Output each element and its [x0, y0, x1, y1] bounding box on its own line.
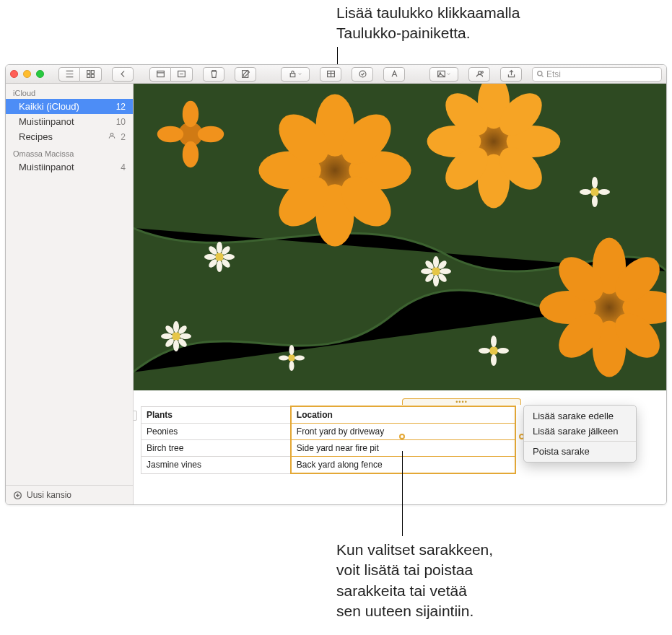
close-button[interactable]: [10, 70, 18, 78]
back-button[interactable]: [112, 67, 134, 82]
format-button[interactable]: [383, 67, 405, 82]
table-row[interactable]: Birch tree Side yard near fire pit: [141, 440, 516, 457]
ctx-insert-before[interactable]: Lisää sarake edelle: [524, 408, 636, 424]
svg-rect-2: [87, 74, 90, 77]
svg-point-79: [491, 354, 497, 366]
callout-line-bottom: [402, 451, 403, 536]
svg-point-67: [294, 356, 305, 361]
svg-point-90: [157, 126, 183, 142]
sidebar-item-count: 12: [116, 102, 126, 112]
table-cell[interactable]: Back yard along fence: [291, 457, 515, 474]
collaborate-button[interactable]: [468, 67, 490, 82]
new-note-button[interactable]: [235, 67, 256, 82]
note-editor: •••• Plants Location Peonies Front yard …: [134, 84, 666, 504]
svg-rect-3: [91, 74, 94, 77]
svg-point-91: [198, 126, 224, 142]
svg-point-57: [161, 333, 173, 339]
view-grid-button[interactable]: [80, 67, 102, 82]
svg-point-55: [173, 321, 179, 333]
svg-point-81: [497, 348, 509, 354]
sidebar-item-local-notes[interactable]: Muistiinpanot 4: [6, 159, 133, 175]
svg-point-69: [433, 256, 439, 268]
sidebar-item-recipes[interactable]: Recipes 2: [6, 129, 133, 144]
svg-rect-4: [157, 71, 164, 76]
table-header[interactable]: Plants: [141, 406, 291, 424]
table-cell[interactable]: Birch tree: [141, 440, 291, 457]
svg-rect-0: [87, 71, 90, 74]
table-cell[interactable]: Jasmine vines: [141, 457, 291, 474]
svg-point-56: [173, 340, 179, 351]
svg-point-70: [433, 275, 439, 286]
window: Etsi iCloud Kaikki (iCloud) 12 Muistiinp…: [5, 64, 667, 505]
svg-point-9: [359, 71, 366, 77]
svg-point-85: [580, 189, 591, 195]
svg-point-78: [491, 336, 497, 347]
svg-rect-1: [91, 71, 94, 74]
svg-point-64: [289, 345, 294, 355]
window-content: iCloud Kaikki (iCloud) 12 Muistiinpanot …: [6, 84, 666, 504]
svg-point-58: [180, 333, 191, 339]
column-resize-dot-left[interactable]: [399, 434, 405, 439]
svg-point-63: [288, 354, 295, 362]
svg-point-13: [481, 71, 482, 73]
sidebar-item-label: Muistiinpanot: [19, 162, 74, 172]
shared-icon: [108, 131, 116, 142]
sidebar-item-all-icloud[interactable]: Kaikki (iCloud) 12: [6, 99, 133, 114]
sidebar-section-icloud: iCloud: [6, 87, 133, 99]
sidebar-item-label: Kaikki (iCloud): [19, 101, 79, 112]
table-row[interactable]: Peonies Front yard by driveway: [141, 424, 516, 440]
new-folder-button[interactable]: Uusi kansio: [6, 485, 133, 504]
svg-point-89: [183, 141, 198, 167]
svg-point-49: [223, 254, 235, 260]
callout-bottom: Kun valitset sarakkeen, voit lisätä tai …: [336, 540, 493, 621]
sidebar-item-count: 2: [121, 132, 126, 142]
media-button[interactable]: [429, 67, 458, 82]
sidebar-item-count: 10: [116, 117, 126, 127]
svg-point-72: [440, 268, 451, 274]
minimize-button[interactable]: [23, 70, 31, 78]
row-handle[interactable]: [134, 411, 137, 421]
sidebar-section-local: Omassa Macissa: [6, 148, 133, 159]
context-menu: Lisää sarake edelle Lisää sarake jälkeen…: [523, 405, 637, 463]
svg-point-48: [204, 254, 216, 260]
svg-point-83: [592, 177, 598, 188]
delete-button[interactable]: [203, 67, 224, 82]
zoom-button[interactable]: [36, 70, 44, 78]
search-input[interactable]: Etsi: [532, 67, 662, 82]
lock-button[interactable]: [281, 67, 310, 82]
ctx-separator: [524, 441, 636, 442]
svg-point-65: [289, 361, 294, 371]
column-handle[interactable]: ••••: [402, 398, 521, 405]
svg-point-88: [183, 101, 198, 127]
callout-top: Lisää taulukko klikkaamalla Taulukko-pai…: [336, 3, 520, 44]
ctx-delete-column[interactable]: Poista sarake: [524, 444, 636, 459]
share-button[interactable]: [500, 67, 522, 82]
checklist-button[interactable]: [352, 67, 373, 82]
view-list-button[interactable]: [58, 67, 80, 82]
table-header-selected[interactable]: Location: [291, 406, 515, 424]
table-row[interactable]: Jasmine vines Back yard along fence: [141, 457, 516, 474]
sidebar-item-label: Recipes: [19, 131, 53, 142]
inline-attachment-button[interactable]: [171, 67, 193, 82]
table-cell[interactable]: Side yard near fire pit: [291, 440, 515, 457]
table-button[interactable]: [320, 67, 341, 82]
svg-point-80: [479, 348, 490, 354]
titlebar: Etsi: [6, 65, 666, 84]
svg-point-82: [590, 188, 599, 196]
sidebar-item-notes[interactable]: Muistiinpanot 10: [6, 114, 133, 129]
ctx-insert-after[interactable]: Lisää sarake jälkeen: [524, 424, 636, 439]
traffic-lights: [10, 70, 44, 78]
sidebar: iCloud Kaikki (iCloud) 12 Muistiinpanot …: [6, 84, 134, 504]
svg-point-66: [279, 356, 289, 361]
svg-point-46: [217, 242, 222, 253]
svg-point-14: [538, 71, 542, 76]
table-cell[interactable]: Peonies: [141, 424, 291, 440]
note-image: [134, 84, 666, 390]
new-folder-label: Uusi kansio: [27, 490, 71, 500]
sidebar-item-count: 4: [121, 162, 126, 172]
svg-point-47: [217, 260, 222, 272]
svg-point-15: [110, 133, 113, 136]
svg-point-86: [598, 189, 610, 195]
attachments-button[interactable]: [149, 67, 171, 82]
search-placeholder: Etsi: [546, 69, 561, 79]
